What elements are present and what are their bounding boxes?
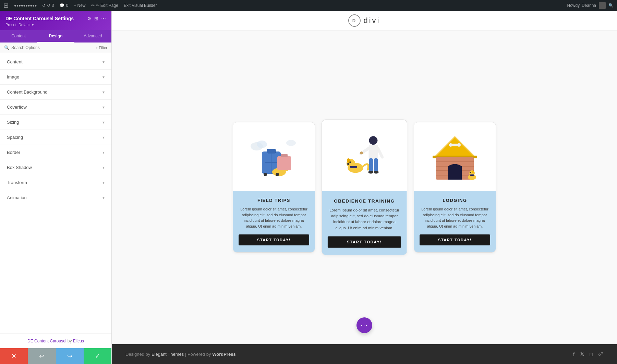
svg-rect-45: [470, 174, 474, 176]
cancel-button[interactable]: ✕: [0, 348, 28, 364]
instagram-icon[interactable]: □: [590, 351, 593, 357]
preset-selector[interactable]: Preset: Default ▾: [5, 23, 106, 27]
section-spacing-chevron: ▾: [102, 135, 105, 140]
svg-point-43: [470, 172, 471, 173]
section-box-shadow-header[interactable]: Box Shadow ▾: [0, 160, 111, 175]
section-image-label: Image: [7, 74, 19, 80]
section-image-header[interactable]: Image ▾: [0, 70, 111, 84]
section-box-shadow-chevron: ▾: [102, 165, 105, 170]
edit-page-label: ✏ Edit Page: [96, 3, 118, 8]
footer-social: f 𝕏 □ ☍: [573, 351, 603, 357]
page-footer: Designed by Elegant Themes | Powered by …: [112, 344, 617, 364]
svg-rect-11: [277, 156, 291, 170]
floating-action-button[interactable]: ···: [356, 317, 372, 333]
search-input-icon: 🔍: [4, 45, 9, 50]
section-transform-chevron: ▾: [102, 180, 105, 185]
plugin-link[interactable]: DE Content Carousel: [27, 339, 66, 343]
settings-icon[interactable]: ⚙: [87, 16, 92, 21]
admin-bar-right: Howdy, Deanna 🔍: [567, 2, 614, 9]
facebook-icon[interactable]: f: [573, 351, 574, 357]
card-lodging-text: Lorem ipsum dolor sit amet, consectetur …: [420, 206, 490, 229]
section-coverflow-header[interactable]: Coverflow ▾: [0, 100, 111, 114]
undo-button[interactable]: ↩: [28, 348, 56, 364]
new-item[interactable]: + New: [74, 3, 85, 8]
comments-item[interactable]: 💬 0: [59, 3, 68, 8]
tab-advanced-label: Advanced: [84, 34, 102, 38]
section-content: Content ▾: [0, 54, 111, 70]
footer-designed-by: Designed by: [125, 352, 152, 357]
section-border-header[interactable]: Border ▾: [0, 145, 111, 160]
layout-icon[interactable]: ⊞: [94, 16, 98, 21]
section-content-header[interactable]: Content ▾: [0, 54, 111, 69]
divi-header: D divi: [112, 11, 617, 31]
card-field-trips-image: [233, 122, 315, 191]
card-lodging-image: [414, 122, 496, 191]
card-lodging-button[interactable]: START TODAY!: [420, 234, 490, 245]
svg-point-39: [449, 143, 452, 147]
edit-page-item[interactable]: ✏ ✏ Edit Page: [91, 3, 118, 8]
section-content-background-label: Content Background: [7, 89, 48, 95]
section-transform-header[interactable]: Transform ▾: [0, 175, 111, 190]
tab-content[interactable]: Content: [0, 30, 37, 43]
cards-container: FIELD TRIPS Lorem ipsum dolor sit amet, …: [233, 122, 496, 253]
section-box-shadow-label: Box Shadow: [7, 165, 32, 170]
card-field-trips-title: FIELD TRIPS: [257, 198, 290, 203]
svg-marker-31: [436, 138, 474, 157]
section-coverflow-chevron: ▾: [102, 105, 105, 110]
section-border-chevron: ▾: [102, 150, 105, 155]
cards-section: FIELD TRIPS Lorem ipsum dolor sit amet, …: [112, 31, 617, 344]
tab-content-label: Content: [11, 34, 26, 38]
section-animation-label: Animation: [7, 195, 27, 200]
sidebar: DE Content Carousel Settings ⚙ ⊞ ⋯ Prese…: [0, 11, 112, 364]
content-area: D divi: [112, 11, 617, 364]
author-link[interactable]: Elicus: [73, 339, 84, 343]
redo-button[interactable]: ↪: [56, 348, 84, 364]
user-avatar[interactable]: [599, 2, 606, 9]
section-box-shadow: Box Shadow ▾: [0, 160, 111, 175]
card-field-trips-text: Lorem ipsum dolor sit amet, consectetur …: [239, 206, 309, 229]
wp-logo-item[interactable]: ⊞: [3, 2, 9, 9]
undo-icon: ↩: [39, 352, 44, 360]
tab-advanced[interactable]: Advanced: [74, 30, 111, 43]
comment-icon: 💬: [59, 3, 64, 8]
section-content-chevron: ▾: [102, 60, 105, 64]
section-spacing-label: Spacing: [7, 135, 23, 140]
card-obedience-training-body: OBEDIENCE TRAINING Lorem ipsum dolor sit…: [322, 191, 407, 255]
svg-point-27: [349, 161, 351, 163]
footer-elegant-themes-link[interactable]: Elegant Themes: [152, 352, 184, 357]
search-options-input[interactable]: [11, 45, 94, 50]
divi-logo-circle: D: [348, 14, 361, 27]
svg-rect-12: [281, 154, 288, 157]
filter-button[interactable]: + Filter: [96, 46, 107, 50]
card-field-trips-button[interactable]: START TODAY!: [239, 234, 309, 245]
svg-line-18: [378, 148, 382, 157]
section-border: Border ▾: [0, 145, 111, 160]
section-content-background-chevron: ▾: [102, 90, 105, 95]
footer-wordpress-link[interactable]: WordPress: [212, 352, 235, 357]
tab-design[interactable]: Design: [37, 30, 74, 43]
sidebar-header-icons: ⚙ ⊞ ⋯: [87, 16, 106, 21]
exit-builder-item[interactable]: Exit Visual Builder: [124, 3, 157, 8]
more-icon[interactable]: ⋯: [101, 16, 106, 21]
doghouse-illustration: [427, 129, 482, 184]
fab-icon: ···: [361, 322, 368, 329]
search-icon[interactable]: 🔍: [608, 3, 614, 8]
card-obedience-training-button[interactable]: START TODAY!: [328, 236, 401, 248]
section-content-background: Content Background ▾: [0, 85, 111, 100]
sidebar-sections: Content ▾ Image ▾ Content Background ▾ C…: [0, 53, 111, 333]
section-sizing-header[interactable]: Sizing ▾: [0, 115, 111, 130]
svg-point-14: [276, 173, 279, 176]
section-animation-header[interactable]: Animation ▾: [0, 190, 111, 205]
sidebar-search-bar: 🔍 + Filter: [0, 43, 111, 53]
rss-icon[interactable]: ☍: [598, 351, 603, 357]
card-obedience-training-title: OBEDIENCE TRAINING: [334, 198, 395, 204]
svg-point-2: [286, 140, 296, 146]
edit-icon: ✏: [91, 3, 95, 8]
section-spacing-header[interactable]: Spacing ▾: [0, 130, 111, 145]
twitter-x-icon[interactable]: 𝕏: [580, 351, 584, 357]
revisions-item[interactable]: ↺ ↺ 3: [42, 3, 54, 8]
site-name-item[interactable]: ●●●●●●●●●●: [14, 3, 37, 8]
save-button[interactable]: ✓: [84, 348, 111, 364]
wp-logo-icon: ⊞: [3, 2, 9, 9]
section-content-background-header[interactable]: Content Background ▾: [0, 85, 111, 99]
